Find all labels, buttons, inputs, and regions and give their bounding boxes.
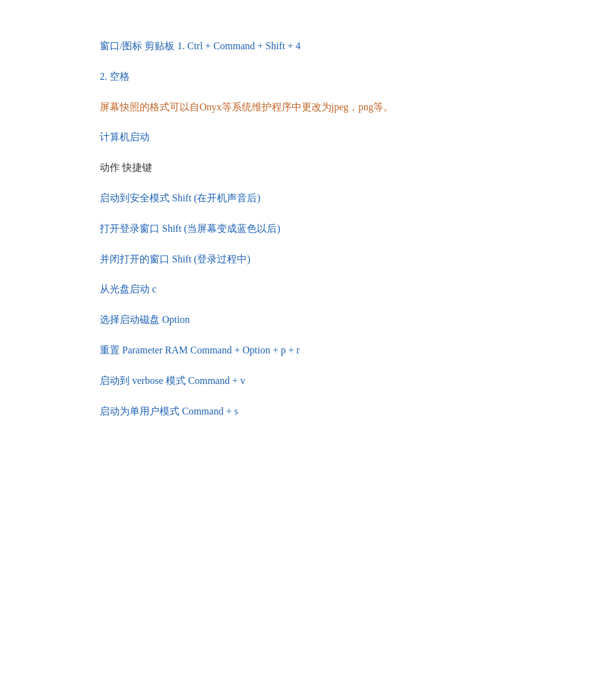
login-window-text: 打开登录窗口 Shift (当屏幕变成蓝色以后): [100, 223, 280, 234]
verbose-mode-text: 启动到 verbose 模式 Command + v: [100, 375, 245, 386]
single-user-text: 启动为单用户模式 Command + s: [100, 406, 238, 416]
line-format-note-text: 屏幕快照的格式可以自Onyx等系统维护程序中更改为jpeg，png等。: [100, 102, 393, 112]
line-select-disk: 选择启动磁盘 Option: [100, 311, 489, 329]
line-clipboard-text: 窗口/图标 剪贴板 1. Ctrl + Command + Shift + 4: [100, 41, 300, 51]
boot-cd-text: 从光盘启动 c: [100, 284, 156, 294]
close-window-text: 并闭打开的窗口 Shift (登录过程中): [100, 254, 251, 264]
line-space-text: 2. 空格: [100, 71, 130, 82]
line-close-window: 并闭打开的窗口 Shift (登录过程中): [100, 251, 489, 269]
computer-startup-title: 计算机启动: [100, 132, 150, 142]
main-content: 窗口/图标 剪贴板 1. Ctrl + Command + Shift + 4 …: [0, 0, 589, 470]
reset-pram-text: 重置 Parameter RAM Command + Option + p + …: [100, 345, 300, 355]
line-clipboard: 窗口/图标 剪贴板 1. Ctrl + Command + Shift + 4: [100, 37, 489, 55]
line-single-user: 启动为单用户模式 Command + s: [100, 403, 489, 421]
line-safe-mode: 启动到安全模式 Shift (在开机声音后): [100, 189, 489, 208]
line-verbose-mode: 启动到 verbose 模式 Command + v: [100, 372, 489, 390]
line-boot-cd: 从光盘启动 c: [100, 280, 489, 299]
line-computer-startup-header: 计算机启动: [100, 128, 489, 146]
line-login-window: 打开登录窗口 Shift (当屏幕变成蓝色以后): [100, 220, 489, 238]
line-reset-pram: 重置 Parameter RAM Command + Option + p + …: [100, 342, 489, 360]
line-table-header: 动作 快捷键: [100, 159, 489, 177]
line-space: 2. 空格: [100, 68, 489, 86]
line-format-note: 屏幕快照的格式可以自Onyx等系统维护程序中更改为jpeg，png等。: [100, 98, 489, 117]
safe-mode-text: 启动到安全模式 Shift (在开机声音后): [100, 193, 261, 203]
table-header-text: 动作 快捷键: [100, 162, 152, 173]
select-disk-text: 选择启动磁盘 Option: [100, 314, 189, 325]
